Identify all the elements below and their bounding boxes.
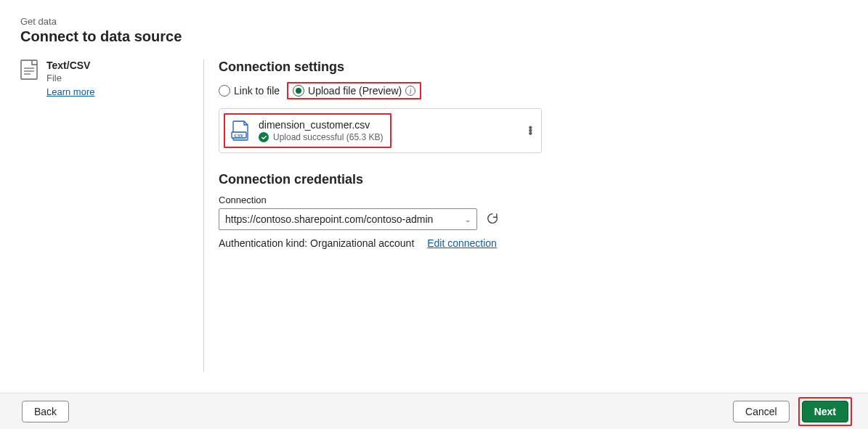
source-summary: Text/CSV File Learn more — [20, 60, 203, 372]
source-name: Text/CSV — [46, 60, 94, 71]
page-title: Connect to data source — [20, 28, 868, 45]
footer-bar: Back Cancel Next — [0, 393, 868, 429]
connection-select-value: https://contoso.sharepoint.com/contoso-a… — [225, 213, 433, 225]
connection-select[interactable]: https://contoso.sharepoint.com/contoso-a… — [219, 208, 477, 230]
source-subtitle: File — [46, 73, 94, 83]
radio-icon — [219, 85, 230, 97]
next-button[interactable]: Next — [802, 401, 848, 422]
info-icon[interactable]: i — [405, 86, 415, 96]
more-options-icon[interactable]: ••• — [528, 126, 532, 135]
refresh-icon[interactable] — [486, 212, 499, 227]
radio-upload-file[interactable]: Upload file (Preview) i — [293, 85, 415, 97]
highlight-upload-option: Upload file (Preview) i — [287, 82, 421, 99]
csv-file-icon: CSV — [231, 120, 250, 142]
uploaded-file-name: dimension_customer.csv — [259, 119, 383, 131]
highlight-next-button: Next — [798, 397, 852, 426]
radio-link-label: Link to file — [234, 85, 280, 97]
uploaded-file-card: CSV dimension_customer.csv Upload succes… — [219, 108, 542, 153]
radio-upload-label: Upload file (Preview) — [308, 85, 402, 97]
document-icon — [20, 60, 38, 80]
cancel-button[interactable]: Cancel — [733, 401, 790, 422]
radio-link-to-file[interactable]: Link to file — [219, 85, 280, 97]
chevron-down-icon: ⌄ — [465, 216, 471, 224]
highlight-uploaded-file: CSV dimension_customer.csv Upload succes… — [224, 113, 392, 148]
connection-field-label: Connection — [219, 195, 836, 205]
svg-text:CSV: CSV — [234, 133, 243, 138]
authentication-kind-text: Authentication kind: Organizational acco… — [219, 237, 414, 249]
radio-icon — [293, 85, 304, 97]
authentication-row: Authentication kind: Organizational acco… — [219, 237, 836, 249]
uploaded-file-status: Upload successful (65.3 KB) — [273, 132, 383, 142]
edit-connection-link[interactable]: Edit connection — [427, 237, 497, 249]
breadcrumb: Get data — [20, 16, 868, 27]
back-button[interactable]: Back — [22, 401, 69, 422]
connection-credentials-title: Connection credentials — [219, 172, 836, 187]
success-check-icon — [259, 132, 269, 142]
svg-rect-0 — [21, 60, 37, 79]
connection-settings-title: Connection settings — [219, 60, 836, 75]
learn-more-link[interactable]: Learn more — [46, 86, 94, 97]
